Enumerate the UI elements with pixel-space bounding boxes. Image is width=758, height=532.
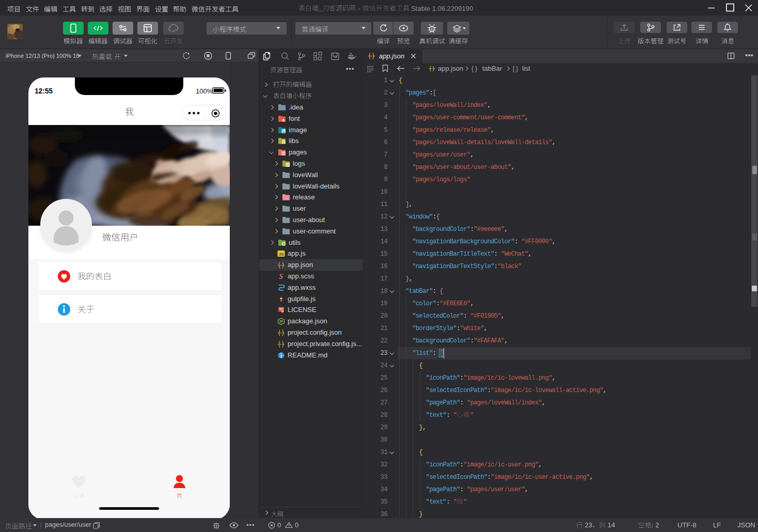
svg-text:JS: JS (279, 252, 284, 257)
svg-text:S: S (279, 273, 283, 280)
svg-text:A: A (282, 118, 285, 122)
